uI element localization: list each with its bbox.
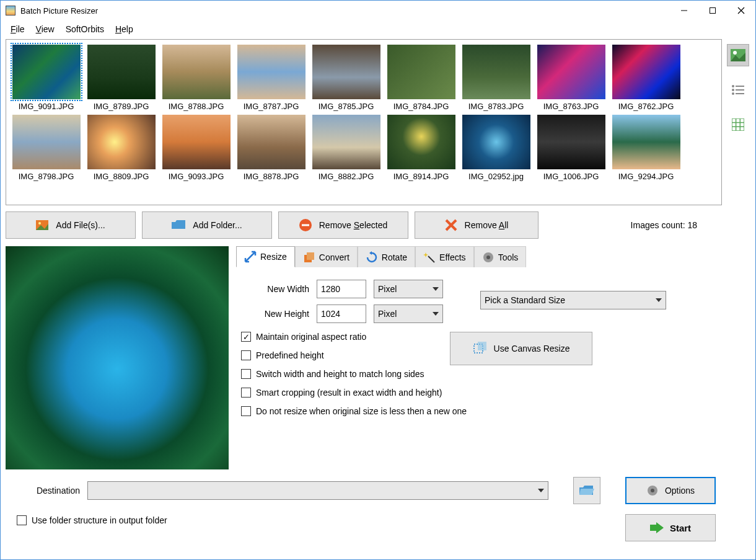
canvas-resize-button[interactable]: Use Canvas Resize (450, 332, 592, 365)
window-controls (670, 1, 755, 20)
thumbnail-label: IMG_02952.jpg (460, 172, 532, 181)
tab-effects[interactable]: Effects (415, 246, 474, 267)
thumbnail-image (462, 115, 530, 169)
view-grid-button[interactable] (727, 113, 749, 136)
thumbnail-item[interactable]: IMG_8798.JPG (9, 113, 84, 182)
svg-point-5 (38, 222, 41, 224)
switch-wh-checkbox[interactable] (241, 369, 251, 379)
thumbnail-image (462, 45, 530, 99)
thumbnail-item[interactable]: IMG_8809.JPG (84, 113, 159, 182)
titlebar: Batch Picture Resizer (1, 1, 755, 20)
predefined-height-checkbox[interactable] (241, 350, 251, 360)
svg-rect-1 (710, 8, 716, 14)
thumbnail-item[interactable]: IMG_8914.JPG (384, 113, 459, 182)
app-icon (6, 6, 15, 16)
window-title: Batch Picture Resizer (20, 6, 670, 16)
options-button[interactable]: Options (625, 477, 716, 504)
canvas-icon (473, 342, 486, 355)
tab-rotate-label: Rotate (382, 252, 407, 262)
minimize-button[interactable] (670, 1, 698, 20)
thumbnail-item[interactable]: IMG_8789.JPG (84, 43, 159, 112)
add-folder-label: Add Folder... (193, 220, 242, 230)
thumbnail-item[interactable]: IMG_8788.JPG (159, 43, 234, 112)
tab-tools-label: Tools (498, 252, 519, 262)
tab-rotate[interactable]: Rotate (358, 246, 415, 267)
svg-marker-13 (369, 251, 372, 255)
menubar: File View SoftOrbits Help (1, 20, 755, 39)
smart-crop-checkbox[interactable] (241, 388, 251, 398)
close-button[interactable] (727, 1, 755, 20)
svg-line-15 (428, 256, 434, 262)
grid-icon (732, 118, 744, 131)
menu-file[interactable]: File (7, 23, 29, 35)
folder-structure-checkbox[interactable] (17, 515, 27, 525)
standard-size-combo[interactable]: Pick a Standard Size (480, 291, 666, 309)
thumbnail-label: IMG_9091.JPG (10, 102, 82, 111)
images-count: Images count: 18 (631, 220, 722, 230)
new-height-input[interactable] (317, 304, 366, 323)
thumbnail-item[interactable]: IMG_8762.JPG (609, 43, 683, 112)
svg-point-21 (651, 489, 654, 492)
thumbnail-item[interactable]: IMG_8882.JPG (309, 113, 384, 182)
thumbnail-label: IMG_8809.JPG (85, 172, 157, 181)
no-resize-smaller-checkbox[interactable] (241, 406, 251, 416)
rotate-icon (366, 251, 378, 264)
thumbnail-item[interactable]: IMG_9093.JPG (159, 113, 234, 182)
height-unit-combo[interactable]: Pixel (374, 304, 443, 323)
thumbnail-item[interactable]: IMG_9294.JPG (609, 113, 683, 182)
new-width-label: New Width (241, 284, 309, 294)
thumbnail-item[interactable]: IMG_9091.JPG (9, 43, 84, 112)
tab-resize[interactable]: Resize (236, 246, 295, 267)
remove-icon (299, 219, 312, 231)
view-thumbnails-button[interactable] (727, 44, 749, 66)
thumbnail-item[interactable]: IMG_8783.JPG (459, 43, 534, 112)
thumbnail-item[interactable]: IMG_1006.JPG (534, 113, 609, 182)
thumbnail-item[interactable]: IMG_8785.JPG (309, 43, 384, 112)
menu-softorbits[interactable]: SoftOrbits (62, 23, 108, 35)
thumbnail-item[interactable]: IMG_8784.JPG (384, 43, 459, 112)
thumbnail-label: IMG_1006.JPG (535, 172, 607, 181)
maximize-button[interactable] (698, 1, 727, 20)
thumbnail-label: IMG_8878.JPG (235, 172, 307, 181)
view-list-button[interactable] (727, 79, 749, 101)
thumbnail-item[interactable]: IMG_8763.JPG (534, 43, 609, 112)
destination-combo[interactable] (87, 481, 548, 500)
browse-folder-button[interactable] (573, 477, 600, 504)
thumbnail-label: IMG_8789.JPG (85, 102, 157, 111)
chevron-down-icon (433, 312, 439, 316)
remove-selected-button[interactable]: Remove Selected (278, 211, 408, 239)
resize-icon (244, 251, 257, 263)
thumbnail-item[interactable]: IMG_02952.jpg (459, 113, 534, 182)
chevron-down-icon (656, 298, 662, 302)
thumbnail-image (12, 45, 81, 99)
thumbnail-label: IMG_8914.JPG (385, 172, 457, 181)
width-unit-combo[interactable]: Pixel (374, 280, 443, 298)
new-height-label: New Height (241, 309, 309, 319)
tab-tools[interactable]: Tools (474, 246, 527, 267)
remove-all-button[interactable]: Remove All (415, 211, 538, 239)
thumbnail-image (87, 115, 156, 169)
folder-open-icon (579, 485, 594, 496)
start-arrow-icon (650, 522, 664, 533)
menu-help[interactable]: Help (112, 23, 137, 35)
thumbnail-image (537, 115, 605, 169)
menu-view[interactable]: View (32, 23, 58, 35)
thumbnail-item[interactable]: IMG_8787.JPG (234, 43, 309, 112)
thumbnail-image (162, 115, 231, 169)
svg-rect-27 (736, 86, 744, 87)
tab-convert[interactable]: Convert (295, 246, 358, 267)
new-width-input[interactable] (317, 280, 366, 298)
maintain-ratio-checkbox[interactable] (241, 332, 251, 342)
tabs: Resize Convert Rotate Effects (236, 246, 722, 267)
options-label: Options (665, 486, 695, 496)
thumbnail-item[interactable]: IMG_8878.JPG (234, 113, 309, 182)
svg-rect-8 (302, 224, 309, 226)
svg-rect-32 (732, 118, 744, 131)
add-folder-button[interactable]: Add Folder... (142, 211, 272, 239)
thumbnail-image (612, 45, 680, 99)
maintain-ratio-label: Maintain original aspect ratio (256, 332, 366, 342)
folder-structure-label: Use folder structure in output folder (32, 515, 167, 525)
thumbnail-image (537, 45, 605, 99)
add-files-button[interactable]: Add File(s)... (6, 211, 136, 239)
start-button[interactable]: Start (625, 514, 716, 541)
